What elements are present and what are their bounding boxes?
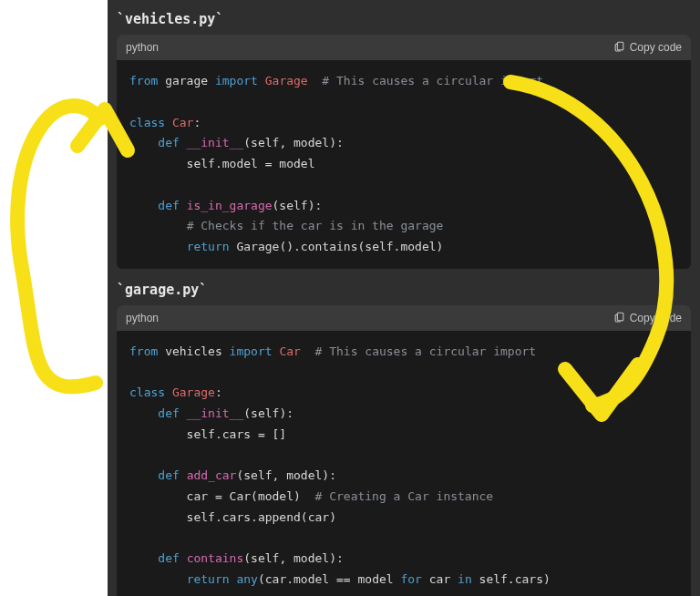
file-title-vehicles: `vehicles.py` xyxy=(117,11,691,27)
svg-rect-0 xyxy=(617,42,623,50)
chat-response-pane: `vehicles.py` python Copy code from gara… xyxy=(108,0,700,596)
code-body[interactable]: from vehicles import Car # This causes a… xyxy=(117,331,691,596)
clipboard-icon xyxy=(613,311,625,325)
code-block-garage: python Copy code from vehicles import Ca… xyxy=(117,305,691,596)
code-body[interactable]: from garage import Garage # This causes … xyxy=(117,60,691,269)
code-block-header: python Copy code xyxy=(117,305,691,331)
copy-code-label: Copy code xyxy=(630,312,682,324)
svg-rect-1 xyxy=(617,313,623,321)
code-block-vehicles: python Copy code from garage import Gara… xyxy=(117,35,691,269)
copy-code-button[interactable]: Copy code xyxy=(613,40,682,55)
file-title-garage: `garage.py` xyxy=(117,282,691,298)
language-label: python xyxy=(126,312,159,324)
language-label: python xyxy=(126,41,159,54)
copy-code-button[interactable]: Copy code xyxy=(613,311,682,325)
code-block-header: python Copy code xyxy=(117,35,691,60)
copy-code-label: Copy code xyxy=(630,41,682,54)
clipboard-icon xyxy=(613,40,625,55)
